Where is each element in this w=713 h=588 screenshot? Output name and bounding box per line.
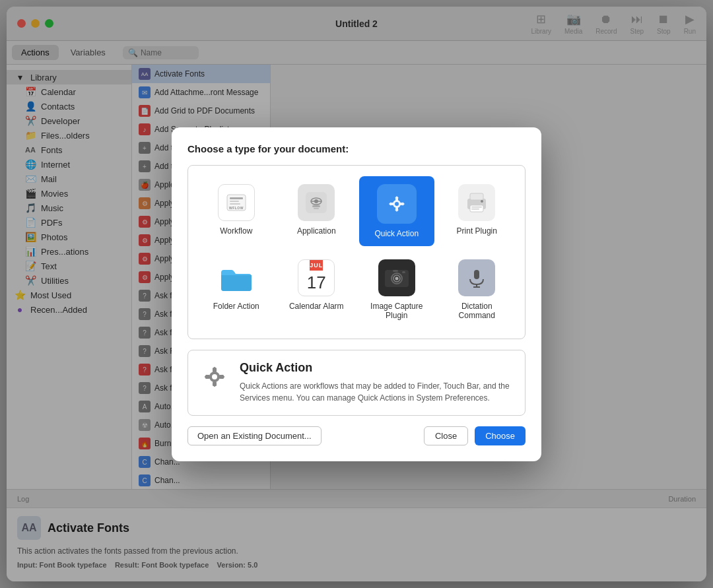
svg-rect-35 (474, 270, 479, 279)
modal-footer: Open an Existing Document... Close Choos… (187, 426, 526, 445)
svg-point-27 (481, 200, 483, 203)
quick-action-icon (377, 184, 417, 224)
folder-icon (218, 259, 255, 296)
quick-action-label: Quick Action (374, 229, 419, 238)
svg-rect-10 (314, 208, 319, 209)
svg-rect-33 (402, 271, 405, 273)
gear-large-svg (199, 361, 230, 393)
desc-title: Quick Action (240, 361, 514, 375)
desc-gear-icon (199, 361, 230, 393)
calendar-day: 17 (307, 271, 326, 296)
svg-point-31 (395, 277, 398, 280)
doc-type-folder-action[interactable]: Folder Action (199, 251, 274, 328)
print-svg (462, 188, 491, 217)
open-existing-button[interactable]: Open an Existing Document... (187, 426, 322, 445)
doc-type-print-plugin[interactable]: Print Plugin (440, 176, 515, 246)
svg-text:WFLOW: WFLOW (229, 206, 244, 210)
svg-rect-32 (393, 270, 398, 272)
application-icon (298, 184, 335, 221)
svg-rect-1 (230, 197, 243, 199)
workflow-svg: WFLOW (224, 191, 248, 214)
desc-text: Quick Actions are workflows that may be … (240, 380, 514, 404)
modal-dialog: Choose a type for your document: WFLOW W… (172, 127, 541, 461)
description-content: Quick Action Quick Actions are workflows… (240, 361, 514, 404)
svg-rect-26 (471, 209, 479, 210)
dictation-svg (463, 265, 490, 291)
folder-svg (219, 263, 254, 292)
svg-rect-23 (470, 193, 483, 200)
svg-rect-3 (230, 203, 240, 205)
application-svg (303, 189, 329, 216)
calendar-alarm-label: Calendar Alarm (289, 302, 344, 311)
svg-rect-25 (471, 207, 482, 208)
image-capture-icon (378, 259, 415, 296)
dictation-label: Dictation Command (445, 302, 510, 320)
doc-type-grid: WFLOW Workflow Applicati (187, 165, 526, 339)
folder-action-label: Folder Action (213, 302, 259, 311)
modal-overlay: Choose a type for your document: WFLOW W… (0, 0, 713, 588)
doc-type-image-capture[interactable]: Image Capture Plugin (359, 251, 434, 328)
doc-type-application[interactable]: Application (279, 176, 355, 246)
application-label: Application (297, 226, 336, 236)
print-plugin-label: Print Plugin (457, 226, 497, 236)
doc-type-workflow[interactable]: WFLOW Workflow (199, 176, 274, 246)
svg-point-13 (395, 202, 399, 206)
calendar-month: JUL (310, 260, 323, 271)
doc-type-calendar-alarm[interactable]: JUL 17 Calendar Alarm (279, 251, 355, 328)
image-capture-svg (384, 265, 410, 291)
dictation-icon (458, 259, 495, 296)
svg-rect-2 (230, 201, 239, 202)
calendar-alarm-icon: JUL 17 (298, 259, 335, 296)
close-button[interactable]: Close (424, 426, 468, 445)
description-box: Quick Action Quick Actions are workflows… (187, 350, 526, 416)
quick-action-svg (382, 189, 411, 218)
image-capture-label: Image Capture Plugin (364, 302, 429, 320)
doc-type-quick-action[interactable]: Quick Action (359, 176, 434, 246)
svg-point-39 (212, 374, 217, 379)
doc-type-dictation[interactable]: Dictation Command (440, 251, 515, 328)
footer-right: Close Choose (424, 426, 526, 445)
print-icon (458, 184, 495, 221)
svg-rect-9 (312, 205, 320, 207)
workflow-label: Workflow (220, 226, 252, 236)
workflow-icon: WFLOW (218, 184, 255, 221)
modal-title: Choose a type for your document: (187, 143, 526, 154)
choose-button[interactable]: Choose (475, 426, 526, 445)
